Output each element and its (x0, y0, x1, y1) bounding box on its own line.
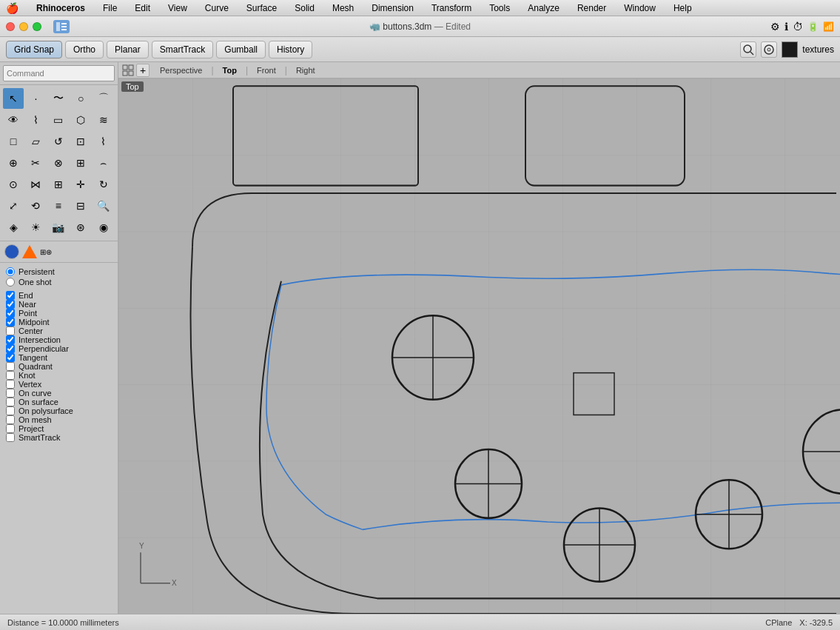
split-tool[interactable]: ⊗ (48, 153, 69, 173)
rectangle-tool[interactable]: ▭ (48, 110, 69, 130)
sidebar-toggle[interactable] (53, 20, 70, 33)
snap-perpendicular[interactable]: Perpendicular (6, 344, 112, 353)
history-button[interactable]: History (269, 41, 312, 58)
analyze-tool[interactable]: 🔍 (93, 195, 114, 216)
extrude-tool[interactable]: ▱ (25, 131, 46, 152)
snap-intersection-checkbox[interactable] (6, 335, 15, 344)
extra-tool2[interactable]: ◉ (93, 217, 114, 238)
snap-midpoint-checkbox[interactable] (6, 318, 15, 326)
zoom-extents-icon[interactable] (740, 41, 756, 58)
menu-help[interactable]: Help (671, 3, 695, 13)
snap-vertex-checkbox[interactable] (6, 380, 15, 389)
snap-point-checkbox[interactable] (6, 309, 15, 318)
snap-center[interactable]: Center (6, 326, 112, 335)
gumball-button[interactable]: Gumball (216, 41, 266, 58)
polygon-tool[interactable]: ⬡ (70, 110, 91, 130)
grid-snap-button[interactable]: Grid Snap (6, 41, 62, 58)
snap-on-curve[interactable]: On curve (6, 389, 112, 398)
snap-knot-checkbox[interactable] (6, 371, 15, 380)
menu-render[interactable]: Render (574, 3, 609, 13)
persistent-radio[interactable] (6, 267, 15, 276)
mirror-tool[interactable]: ⋈ (25, 174, 46, 195)
ortho-button[interactable]: Ortho (65, 41, 104, 58)
tab-top[interactable]: Top (215, 64, 244, 76)
color-mode-blue[interactable] (4, 244, 19, 259)
snap-near-checkbox[interactable] (6, 300, 15, 309)
boolean-tool[interactable]: ⊕ (3, 153, 24, 173)
snap-on-mesh[interactable]: On mesh (6, 415, 112, 424)
cplane-status[interactable]: CPlane (765, 618, 792, 627)
render-tool[interactable]: ◈ (3, 217, 24, 238)
fillet-tool[interactable]: ⌢ (93, 153, 114, 173)
snap-on-curve-checkbox[interactable] (6, 389, 15, 398)
snap-perpendicular-checkbox[interactable] (6, 344, 15, 353)
snap-midpoint[interactable]: Midpoint (6, 318, 112, 326)
snap-tangent-checkbox[interactable] (6, 353, 15, 362)
sweep-tool[interactable]: ⌇ (93, 131, 114, 152)
menu-analyze[interactable]: Analyze (525, 3, 562, 13)
snap-end-checkbox[interactable] (6, 291, 15, 300)
snap-near[interactable]: Near (6, 300, 112, 309)
polyline-tool[interactable]: ⌇ (25, 110, 46, 130)
menu-surface[interactable]: Surface (243, 3, 280, 13)
revolve-tool[interactable]: ↺ (48, 131, 69, 152)
extra-tool1[interactable]: ⊛ (70, 217, 91, 238)
command-input[interactable] (3, 65, 115, 81)
join-tool[interactable]: ⊞ (70, 153, 91, 173)
move-tool[interactable]: ✛ (70, 174, 91, 195)
apple-menu[interactable]: 🍎 (6, 2, 19, 14)
clock-icon[interactable]: ⏱ (793, 21, 803, 33)
snap-on-polysurface-checkbox[interactable] (6, 406, 15, 415)
properties-tool[interactable]: ⊟ (70, 195, 91, 216)
array-tool[interactable]: ⊞ (48, 174, 69, 195)
scale-tool[interactable]: ⤢ (3, 195, 24, 216)
snap-quadrant[interactable]: Quadrant (6, 362, 112, 371)
layer-tool[interactable]: ≡ (48, 195, 69, 216)
loft-tool[interactable]: ⊡ (70, 131, 91, 152)
snap-on-surface[interactable]: On surface (6, 398, 112, 406)
snap-end[interactable]: End (6, 291, 112, 300)
viewport-add-button[interactable]: + (136, 64, 149, 77)
menu-tools[interactable]: Tools (486, 3, 513, 13)
snap-on-surface-checkbox[interactable] (6, 398, 15, 406)
persistent-option[interactable]: Persistent (6, 267, 112, 276)
menu-solid[interactable]: Solid (292, 3, 317, 13)
snap-project-checkbox[interactable] (6, 424, 15, 433)
one-shot-option[interactable]: One shot (6, 278, 112, 286)
planar-button[interactable]: Planar (107, 41, 149, 58)
rotate-tool[interactable]: ↻ (93, 174, 114, 195)
smarttrack-button[interactable]: SmartTrack (152, 41, 214, 58)
snap-project[interactable]: Project (6, 424, 112, 433)
viewport-canvas[interactable]: Top X Y (118, 78, 840, 614)
arc-tool[interactable]: ⌒ (93, 88, 114, 109)
menu-file[interactable]: File (100, 3, 120, 13)
info-icon[interactable]: ℹ (784, 21, 788, 33)
curve-tool[interactable]: 〜 (48, 88, 69, 109)
view-tool[interactable]: 👁 (3, 110, 24, 130)
snap-tangent[interactable]: Tangent (6, 353, 112, 362)
light-tool[interactable]: ☀ (25, 217, 46, 238)
color-mode-orange[interactable] (22, 245, 37, 258)
menu-curve[interactable]: Curve (202, 3, 232, 13)
snap-smarttrack[interactable]: SmartTrack (6, 433, 112, 442)
snap-point[interactable]: Point (6, 309, 112, 318)
minimize-button[interactable] (19, 22, 28, 31)
menu-view[interactable]: View (165, 3, 190, 13)
menu-edit[interactable]: Edit (132, 3, 153, 13)
snap-intersection[interactable]: Intersection (6, 335, 112, 344)
gear-icon[interactable]: ⚙ (770, 21, 780, 33)
trim-tool[interactable]: ✂ (25, 153, 46, 173)
one-shot-radio[interactable] (6, 278, 15, 286)
freeform-tool[interactable]: ≋ (93, 110, 114, 130)
surface-tool[interactable]: □ (3, 131, 24, 152)
menu-transform[interactable]: Transform (429, 3, 474, 13)
select-tool[interactable]: ↖ (3, 88, 24, 109)
snap-vertex[interactable]: Vertex (6, 380, 112, 389)
point-tool[interactable]: · (25, 88, 46, 109)
maximize-button[interactable] (33, 22, 41, 31)
snap-on-polysurface[interactable]: On polysurface (6, 406, 112, 415)
transform-tool[interactable]: ⟲ (25, 195, 46, 216)
zoom-target-icon[interactable] (761, 41, 777, 58)
camera-tool[interactable]: 📷 (48, 217, 69, 238)
tab-perspective[interactable]: Perspective (152, 64, 209, 76)
